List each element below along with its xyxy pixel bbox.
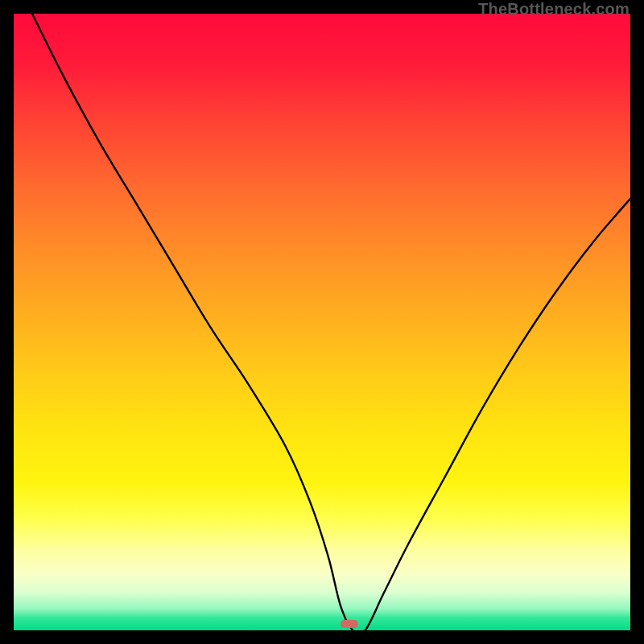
bottleneck-curve bbox=[14, 14, 630, 630]
watermark-text: TheBottleneck.com bbox=[478, 0, 630, 19]
plot-area bbox=[14, 14, 630, 630]
curve-path bbox=[32, 14, 630, 630]
optimal-point-marker bbox=[341, 620, 358, 628]
bottleneck-chart: TheBottleneck.com bbox=[0, 0, 644, 644]
